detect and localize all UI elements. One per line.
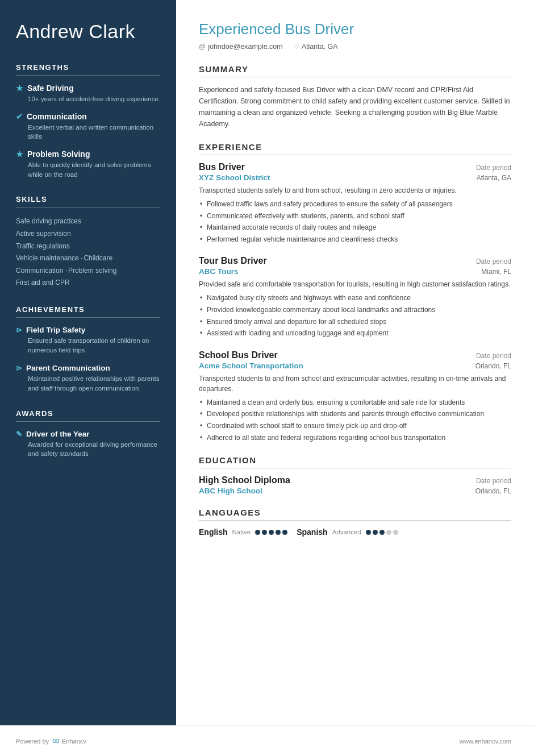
sidebar: Andrew Clark STRENGTHS ★ Safe Driving 10… (0, 0, 176, 725)
exp-item-bus-driver: Bus Driver Date period XYZ School Distri… (199, 162, 511, 244)
exp-job-title: Tour Bus Driver (199, 256, 267, 266)
awards-section: AWARDS ✎ Driver of the Year Awarded for … (16, 409, 160, 459)
achievements-section: ACHIEVEMENTS ⊳ Field Trip Safety Ensured… (16, 305, 160, 393)
exp-location: Miami, FL (481, 268, 511, 276)
bullet-item: Communicated effectively with students, … (199, 211, 511, 222)
strength-item-problem-solving: ★ Problem Solving Able to quickly identi… (16, 149, 160, 179)
summary-text: Experienced and safety-focused Bus Drive… (199, 84, 511, 130)
footer-powered: Powered by ∞ Enhancv (16, 735, 86, 747)
languages-row: English Native Spanish Advanced (199, 527, 511, 537)
exp-summary: Transported students safely to and from … (199, 185, 511, 196)
strength-header: ✔ Communication (16, 112, 160, 121)
skill-item: Childcare (84, 252, 112, 265)
lang-dots-english (255, 530, 287, 535)
lang-item-spanish: Spanish Advanced (297, 527, 398, 537)
lang-item-english: English Native (199, 527, 287, 537)
contact-location: ♡ Atlanta, GA (293, 43, 338, 51)
bullet-item: Performed regular vehicle maintenance an… (199, 234, 511, 245)
lang-dots-spanish (366, 530, 398, 535)
location-value: Atlanta, GA (302, 43, 338, 51)
edu-degree: High School Diploma (199, 475, 290, 485)
skill-item: Active supervision (16, 228, 71, 240)
exp-date: Date period (476, 257, 511, 265)
edu-location: Orlando, FL (475, 487, 511, 495)
skills-list: Safe driving practices Active supervisio… (16, 215, 160, 289)
exp-item-school-bus: School Bus Driver Date period Acme Schoo… (199, 350, 511, 443)
exp-location: Atlanta, GA (477, 174, 511, 182)
dot-1 (255, 530, 260, 535)
dot-1 (366, 530, 371, 535)
skill-item: Traffic regulations (16, 240, 70, 253)
exp-header-row: Bus Driver Date period (199, 162, 511, 172)
languages-section-title: LANGUAGES (199, 508, 511, 521)
strength-label: Problem Solving (27, 149, 90, 159)
main-header: Experienced Bus Driver @ johndoe@example… (199, 20, 511, 51)
skill-line: Communication Problem solving (16, 265, 160, 277)
strengths-title: STRENGTHS (16, 63, 160, 76)
achievement-desc: Maintained positive relationships with p… (16, 374, 160, 393)
star-icon: ★ (16, 84, 23, 93)
summary-section-title: SUMMARY (199, 64, 511, 77)
exp-company: XYZ School District (199, 173, 270, 182)
exp-item-tour-bus: Tour Bus Driver Date period ABC Tours Mi… (199, 256, 511, 338)
skills-section: SKILLS Safe driving practices Active sup… (16, 195, 160, 289)
email-icon: @ (199, 43, 206, 51)
bullet-item: Navigated busy city streets and highways… (199, 293, 511, 304)
bullet-item: Maintained a clean and orderly bus, ensu… (199, 397, 511, 408)
exp-company: Acme School Transportation (199, 362, 303, 370)
exp-date: Date period (476, 352, 511, 360)
strength-label: Communication (27, 112, 87, 121)
strengths-section: STRENGTHS ★ Safe Driving 10+ years of ac… (16, 63, 160, 179)
skill-line: First aid and CPR (16, 277, 160, 289)
lang-name: English (199, 527, 228, 537)
award-item-driver-year: ✎ Driver of the Year Awarded for excepti… (16, 430, 160, 459)
bullet-item: Maintained accurate records of daily rou… (199, 222, 511, 233)
achievement-header: ⊳ Parent Communication (16, 364, 160, 372)
strength-desc: Excellent verbal and written communicati… (16, 123, 160, 142)
bullet-item: Provided knowledgeable commentary about … (199, 305, 511, 315)
exp-bullets: Followed traffic laws and safety procedu… (199, 199, 511, 244)
exp-summary: Transported students to and from school … (199, 373, 511, 394)
awards-title: AWARDS (16, 409, 160, 422)
skills-title: SKILLS (16, 195, 160, 207)
achievement-item-parent-comm: ⊳ Parent Communication Maintained positi… (16, 364, 160, 393)
strength-desc: 10+ years of accident-free driving exper… (16, 94, 160, 104)
email-value: johndoe@example.com (208, 43, 283, 51)
contact-row: @ johndoe@example.com ♡ Atlanta, GA (199, 43, 511, 51)
award-label: Driver of the Year (26, 430, 90, 438)
dot-2 (262, 530, 267, 535)
check-icon: ✔ (16, 112, 23, 121)
skill-item: Communication (16, 265, 67, 277)
lang-name: Spanish (297, 527, 327, 537)
dot-4 (276, 530, 281, 535)
lang-level: Advanced (332, 529, 361, 535)
strength-desc: Able to quickly identify and solve probl… (16, 160, 160, 179)
strength-header: ★ Safe Driving (16, 84, 160, 93)
achievement-desc: Ensured safe transportation of children … (16, 336, 160, 355)
exp-bullets: Navigated busy city streets and highways… (199, 293, 511, 338)
bullet-item: Assisted with loading and unloading lugg… (199, 328, 511, 339)
award-header: ✎ Driver of the Year (16, 430, 160, 438)
exp-header-row: Tour Bus Driver Date period (199, 256, 511, 266)
bullet-item: Developed positive relationships with st… (199, 409, 511, 419)
dot-3 (379, 530, 385, 535)
achievement-label: Parent Communication (26, 364, 110, 372)
skill-line: Traffic regulations (16, 240, 160, 253)
footer: Powered by ∞ Enhancv www.enhancv.com (0, 725, 534, 756)
dot-3 (269, 530, 274, 535)
strength-item-safe-driving: ★ Safe Driving 10+ years of accident-fre… (16, 84, 160, 104)
skill-item: Vehicle maintenance (16, 252, 82, 265)
footer-website: www.enhancv.com (460, 738, 511, 745)
skill-line: Active supervision (16, 228, 160, 240)
contact-email: @ johndoe@example.com (199, 43, 283, 51)
main-content: Experienced Bus Driver @ johndoe@example… (176, 0, 534, 725)
candidate-name: Andrew Clark (16, 20, 160, 43)
dot-5 (393, 530, 398, 535)
location-icon: ♡ (293, 43, 299, 51)
bullet-item: Ensured timely arrival and departure for… (199, 317, 511, 327)
strength-item-communication: ✔ Communication Excellent verbal and wri… (16, 112, 160, 142)
brand-name: Enhancv (62, 738, 86, 745)
exp-bullets: Maintained a clean and orderly bus, ensu… (199, 397, 511, 443)
exp-company-row: Acme School Transportation Orlando, FL (199, 362, 511, 370)
bullet-item: Adhered to all state and federal regulat… (199, 433, 511, 443)
